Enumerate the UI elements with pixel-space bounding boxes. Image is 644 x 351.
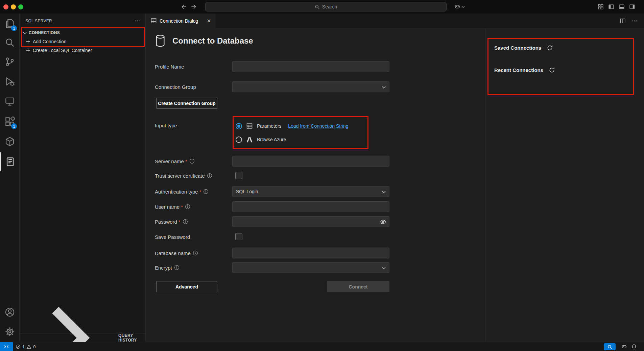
profile-name-label: Profile Name (155, 64, 184, 70)
remote-indicator-icon (4, 344, 9, 349)
info-icon (174, 265, 180, 270)
profile-name-row: Profile Name (146, 61, 485, 72)
password-input[interactable] (232, 216, 389, 227)
error-count: 1 (22, 344, 25, 349)
server-name-input[interactable] (232, 156, 389, 167)
sidebar-item-extensions[interactable]: 1 (0, 112, 19, 131)
required-marker: * (185, 158, 187, 164)
tab-label: Connection Dialog (160, 18, 198, 24)
saved-connections-row: Saved Connections (494, 44, 553, 52)
add-connection-item[interactable]: Add Connection (20, 37, 145, 46)
remote-indicator[interactable] (0, 342, 13, 351)
trust-server-certificate-checkbox[interactable] (235, 172, 242, 179)
window-close-button[interactable] (3, 4, 8, 9)
create-local-sql-container-label: Create Local SQL Container (33, 48, 92, 53)
customize-layout-icon[interactable] (596, 3, 605, 11)
connections-section-header[interactable]: CONNECTIONS (20, 28, 145, 37)
refresh-icon[interactable] (549, 67, 555, 73)
sidebar-item-search[interactable] (0, 33, 19, 52)
vscode-window: Search 1 (0, 0, 644, 351)
azure-icon (246, 136, 253, 143)
title-bar: Search (0, 0, 644, 14)
connection-group-select[interactable] (232, 81, 389, 92)
editor-area: Connection Dialog ✕ Connect to Database … (146, 14, 644, 342)
plus-icon (25, 48, 31, 53)
problems-status-item[interactable]: 1 0 (16, 342, 35, 351)
profile-name-input[interactable] (232, 61, 389, 72)
refresh-icon[interactable] (547, 45, 553, 51)
back-icon[interactable] (180, 3, 188, 11)
info-icon (203, 189, 209, 194)
more-actions-icon[interactable] (133, 17, 141, 25)
window-minimize-button[interactable] (11, 4, 16, 9)
info-icon (193, 250, 198, 256)
advanced-button[interactable]: Advanced (156, 281, 217, 292)
user-name-label: User name (155, 204, 180, 210)
add-connection-label: Add Connection (33, 39, 67, 44)
encrypt-row: Encrypt (146, 262, 485, 273)
query-history-section-header[interactable]: QUERY HISTORY (20, 333, 145, 342)
connect-button[interactable]: Connect (327, 281, 389, 292)
sidebar-item-sql-server[interactable] (0, 152, 19, 171)
browse-azure-option-label: Browse Azure (257, 137, 286, 142)
parameters-radio[interactable] (236, 123, 242, 129)
encrypt-select[interactable] (232, 262, 389, 273)
recent-connections-row: Recent Connections (494, 66, 555, 74)
connections-header-label: CONNECTIONS (29, 30, 60, 35)
toggle-panel-icon[interactable] (617, 3, 626, 11)
split-editor-icon[interactable] (619, 17, 627, 25)
user-name-input[interactable] (232, 201, 389, 212)
sidebar-item-accounts[interactable] (0, 303, 19, 322)
forward-icon[interactable] (189, 3, 198, 11)
error-icon (16, 344, 21, 349)
command-center-search[interactable]: Search (205, 2, 447, 11)
sidebar-item-packages[interactable] (0, 132, 19, 151)
sidebar-item-remote-explorer[interactable] (0, 92, 19, 111)
page-title: Connect to Database (172, 36, 253, 46)
create-connection-group-button[interactable]: Create Connection Group (156, 98, 217, 109)
sidebar-item-settings[interactable] (0, 322, 19, 341)
toggle-sidebar-icon[interactable] (607, 3, 616, 11)
connections-side-panel: Saved Connections Recent Connections (485, 28, 644, 342)
database-name-label: Database name (155, 250, 191, 256)
required-marker: * (199, 189, 201, 195)
warning-icon (26, 344, 31, 349)
sql-server-icon (5, 157, 15, 167)
browse-azure-option-row: Browse Azure (236, 134, 286, 145)
save-password-row: Save Password (146, 231, 485, 242)
auth-type-label: Authentication type (155, 189, 198, 195)
dialog-heading: Connect to Database (155, 33, 253, 49)
server-name-label: Server name (155, 158, 184, 164)
info-icon (207, 173, 212, 178)
chevron-down-icon[interactable] (460, 3, 466, 11)
toggle-secondary-sidebar-icon[interactable] (628, 3, 637, 11)
browse-azure-radio[interactable] (236, 136, 242, 143)
save-password-checkbox[interactable] (235, 233, 242, 240)
authentication-type-select[interactable]: SQL Login (232, 186, 389, 197)
editor-tab-bar: Connection Dialog ✕ (146, 14, 644, 28)
user-name-row: User name * (146, 201, 485, 212)
tab-connection-dialog[interactable]: Connection Dialog ✕ (146, 14, 216, 28)
sidebar-item-run-debug[interactable] (0, 72, 19, 91)
sidebar-item-explorer[interactable]: 1 (0, 14, 19, 33)
copilot-icon[interactable] (620, 343, 628, 351)
recent-connections-label: Recent Connections (494, 67, 543, 73)
more-actions-icon[interactable] (630, 17, 639, 25)
database-name-input[interactable] (232, 248, 389, 258)
window-zoom-button[interactable] (18, 4, 23, 9)
close-icon[interactable]: ✕ (206, 18, 212, 24)
load-from-connection-string-link[interactable]: Load from Connection String (288, 123, 348, 129)
sidebar-item-source-control[interactable] (0, 52, 19, 71)
remote-explorer-icon (5, 96, 15, 106)
bell-icon[interactable] (629, 343, 638, 351)
eye-off-icon[interactable] (380, 219, 386, 225)
password-row: Password * (146, 216, 485, 227)
sidebar-title: SQL SERVER (25, 19, 52, 23)
required-marker: * (181, 204, 183, 210)
table-icon (246, 123, 253, 129)
create-local-sql-container-item[interactable]: Create Local SQL Container (20, 46, 145, 55)
save-password-label: Save Password (155, 234, 190, 240)
server-name-row: Server name * (146, 156, 485, 167)
info-icon (185, 204, 190, 209)
zoom-status-item[interactable] (604, 343, 616, 350)
